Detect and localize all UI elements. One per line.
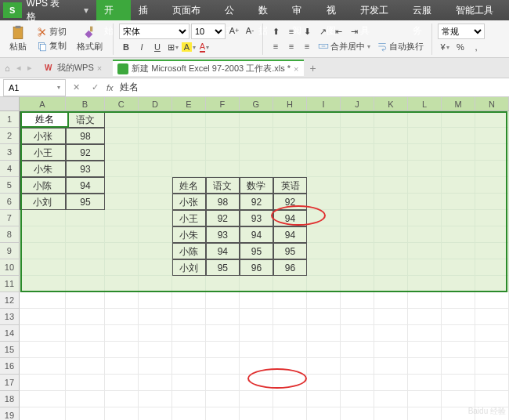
cell[interactable] <box>307 375 341 391</box>
cell[interactable]: 96 <box>240 259 273 276</box>
cell[interactable] <box>20 391 66 407</box>
cell[interactable] <box>240 325 273 342</box>
nav-left-icon[interactable]: ◂ <box>16 63 21 73</box>
cell[interactable] <box>139 309 172 325</box>
cell[interactable] <box>20 358 66 375</box>
cell[interactable] <box>66 210 105 226</box>
col-header[interactable]: A <box>20 97 66 110</box>
cell[interactable] <box>341 375 374 391</box>
col-header[interactable]: J <box>341 97 374 110</box>
cell[interactable] <box>240 407 273 420</box>
cell[interactable] <box>408 161 442 177</box>
new-tab-button[interactable]: + <box>310 62 316 74</box>
cell[interactable]: 94 <box>66 177 105 194</box>
cell[interactable] <box>408 144 442 161</box>
cell[interactable] <box>240 292 273 309</box>
cell[interactable] <box>105 342 139 358</box>
cell[interactable] <box>374 226 408 243</box>
cell[interactable]: 小朱 <box>20 161 66 177</box>
cell[interactable] <box>442 128 475 144</box>
cell[interactable] <box>273 111 307 128</box>
cell[interactable] <box>307 243 341 259</box>
cut-button[interactable]: 剪切 <box>34 25 69 38</box>
row-header[interactable]: 1 <box>0 111 20 128</box>
paste-button[interactable]: 粘贴 <box>5 24 31 54</box>
cell[interactable] <box>307 309 341 325</box>
cell[interactable] <box>341 226 374 243</box>
col-header[interactable]: K <box>374 97 408 110</box>
cell[interactable] <box>442 391 475 407</box>
orientation-button[interactable]: ↗ <box>316 24 330 38</box>
increase-font-button[interactable]: A+ <box>227 24 241 38</box>
cell[interactable] <box>273 325 307 342</box>
cell[interactable] <box>341 128 374 144</box>
cell[interactable]: 小刘 <box>20 194 66 210</box>
cell[interactable] <box>408 358 442 375</box>
tab-close-icon[interactable]: × <box>294 64 298 74</box>
cell[interactable] <box>374 391 408 407</box>
comma-button[interactable]: , <box>469 40 483 54</box>
cell[interactable] <box>442 144 475 161</box>
cell[interactable] <box>273 161 307 177</box>
cell[interactable] <box>273 342 307 358</box>
cell[interactable] <box>475 276 509 292</box>
align-left-button[interactable]: ≡ <box>269 39 283 53</box>
cell[interactable] <box>442 177 475 194</box>
merge-center-button[interactable]: 合并居中▾ <box>316 39 373 53</box>
cell[interactable] <box>139 111 172 128</box>
menu-tab-cloud[interactable]: 云服务 <box>405 0 448 20</box>
cell[interactable] <box>206 309 240 325</box>
cell[interactable]: 95 <box>206 259 240 276</box>
cell[interactable] <box>408 309 442 325</box>
row-header[interactable]: 13 <box>0 309 20 325</box>
cell[interactable] <box>307 177 341 194</box>
menu-tab-layout[interactable]: 页面布局 <box>164 0 217 20</box>
cell[interactable] <box>139 226 172 243</box>
cell[interactable] <box>66 292 105 309</box>
cell[interactable] <box>206 144 240 161</box>
cell[interactable] <box>307 391 341 407</box>
cell[interactable] <box>475 325 509 342</box>
cell[interactable] <box>307 276 341 292</box>
cell[interactable] <box>172 375 206 391</box>
col-header[interactable]: E <box>172 97 206 110</box>
cell[interactable] <box>206 375 240 391</box>
cell[interactable] <box>442 243 475 259</box>
row-header[interactable]: 15 <box>0 342 20 358</box>
cell[interactable] <box>139 144 172 161</box>
cell[interactable] <box>442 292 475 309</box>
cell[interactable] <box>341 144 374 161</box>
cell[interactable] <box>408 226 442 243</box>
cell[interactable] <box>341 391 374 407</box>
cell[interactable] <box>20 276 66 292</box>
cell[interactable] <box>206 391 240 407</box>
cell[interactable] <box>475 194 509 210</box>
cell[interactable] <box>240 111 273 128</box>
align-right-button[interactable]: ≡ <box>300 39 314 53</box>
cell[interactable] <box>307 292 341 309</box>
row-header[interactable]: 16 <box>0 358 20 375</box>
cell[interactable]: 93 <box>66 161 105 177</box>
cell[interactable] <box>341 161 374 177</box>
cell[interactable] <box>66 358 105 375</box>
cell[interactable] <box>408 276 442 292</box>
align-bottom-button[interactable]: ⬇ <box>300 24 314 38</box>
cell[interactable] <box>307 342 341 358</box>
cell[interactable] <box>172 144 206 161</box>
row-header[interactable]: 12 <box>0 292 20 309</box>
menu-tab-view[interactable]: 视图 <box>319 0 352 20</box>
cell[interactable] <box>206 358 240 375</box>
menu-tab-insert[interactable]: 插入 <box>131 0 164 20</box>
currency-button[interactable]: ¥▾ <box>438 40 452 54</box>
cell[interactable] <box>240 161 273 177</box>
cell[interactable]: 98 <box>66 128 105 144</box>
cell[interactable] <box>139 292 172 309</box>
cell[interactable] <box>475 391 509 407</box>
cell[interactable] <box>105 111 139 128</box>
cell[interactable] <box>374 144 408 161</box>
cell[interactable] <box>374 375 408 391</box>
cell[interactable] <box>172 276 206 292</box>
cell[interactable] <box>105 226 139 243</box>
cell[interactable] <box>172 161 206 177</box>
cell[interactable] <box>139 259 172 276</box>
